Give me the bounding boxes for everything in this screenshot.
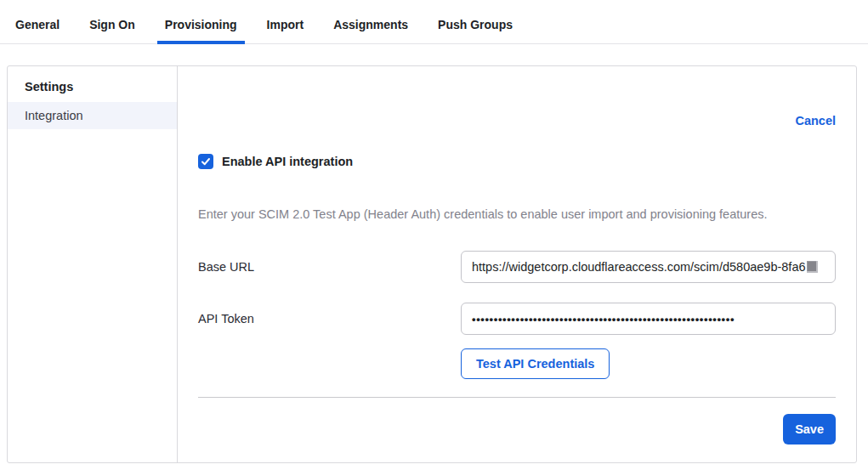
tab-sign-on[interactable]: Sign On <box>82 18 143 43</box>
api-token-row: API Token ••••••••••••••••••••••••••••••… <box>198 303 836 335</box>
integration-settings-panel: Cancel Enable API integration Enter your… <box>178 66 856 462</box>
save-button[interactable]: Save <box>783 414 836 445</box>
cancel-link[interactable]: Cancel <box>795 114 836 127</box>
tab-provisioning[interactable]: Provisioning <box>157 18 245 43</box>
api-token-input[interactable]: ••••••••••••••••••••••••••••••••••••••••… <box>461 303 836 335</box>
api-token-label: API Token <box>198 312 461 326</box>
tab-general[interactable]: General <box>8 18 67 43</box>
enable-api-row: Enable API integration <box>198 154 836 169</box>
sidebar-header-settings: Settings <box>8 71 177 102</box>
base-url-row: Base URL https://widgetcorp.cloudflareac… <box>198 251 836 283</box>
save-row: Save <box>198 414 836 445</box>
checkmark-icon <box>201 156 211 167</box>
base-url-input[interactable]: https://widgetcorp.cloudflareaccess.com/… <box>461 251 836 283</box>
test-api-credentials-button[interactable]: Test API Credentials <box>461 348 610 379</box>
base-url-value: https://widgetcorp.cloudflareaccess.com/… <box>472 260 806 274</box>
app-tab-bar: General Sign On Provisioning Import Assi… <box>0 0 868 44</box>
tab-push-groups[interactable]: Push Groups <box>430 18 520 43</box>
sidebar-item-integration[interactable]: Integration <box>8 102 177 129</box>
enable-api-checkbox[interactable] <box>198 154 213 169</box>
footer-divider <box>198 397 836 398</box>
tab-import[interactable]: Import <box>259 18 312 43</box>
credentials-description: Enter your SCIM 2.0 Test App (Header Aut… <box>198 207 836 222</box>
enable-api-label: Enable API integration <box>222 155 353 168</box>
provisioning-card: Settings Integration Cancel Enable API i… <box>7 65 857 463</box>
text-overflow-artifact <box>807 261 818 273</box>
api-token-masked-value: ••••••••••••••••••••••••••••••••••••••••… <box>472 313 735 326</box>
settings-sidebar: Settings Integration <box>8 66 178 462</box>
base-url-label: Base URL <box>198 260 461 274</box>
tab-assignments[interactable]: Assignments <box>326 18 416 43</box>
